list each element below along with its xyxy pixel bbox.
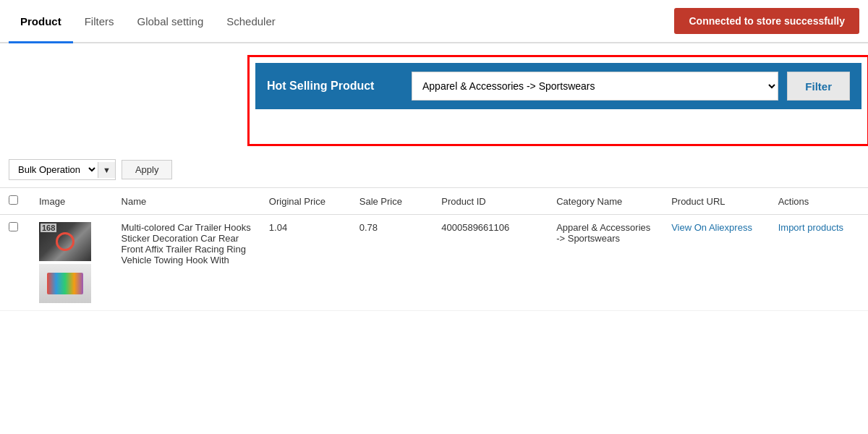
- product-image-1: 168: [39, 222, 91, 261]
- row-original-price-cell: 1.04: [260, 215, 351, 311]
- row-product-url-cell: View On Aliexpress: [663, 215, 770, 311]
- product-images: 168: [39, 222, 104, 303]
- category-select[interactable]: Apparel & Accessories -> Sportswears Ele…: [412, 72, 778, 101]
- row-sale-price-cell: 0.78: [351, 215, 433, 311]
- hot-selling-label: Hot Selling Product: [267, 80, 412, 93]
- col-header-product-id: Product ID: [433, 188, 548, 215]
- product-image-2: [39, 264, 91, 303]
- tab-global-setting-label: Global setting: [137, 15, 204, 27]
- product-table: Image Name Original Price Sale Price Pro…: [0, 187, 868, 311]
- row-actions-cell: Import products: [770, 215, 868, 311]
- bulk-dropdown-arrow-icon[interactable]: ▼: [98, 162, 115, 178]
- category-name: Apparel & Accessories -> Sportswears: [556, 222, 650, 244]
- bulk-operation-row: Bulk Operation ▼ Apply: [0, 152, 868, 187]
- filter-button[interactable]: Filter: [787, 72, 850, 101]
- product-id: 4000589661106: [441, 222, 509, 233]
- tab-scheduler[interactable]: Scheduler: [215, 1, 287, 43]
- row-image-cell: 168: [30, 215, 113, 311]
- apply-button[interactable]: Apply: [122, 160, 173, 179]
- connected-badge: Connected to store successfully: [674, 8, 859, 34]
- row-name-cell: Multi-colored Car Trailer Hooks Sticker …: [113, 215, 260, 311]
- table-header-row: Image Name Original Price Sale Price Pro…: [0, 188, 868, 215]
- row-product-id-cell: 4000589661106: [433, 215, 548, 311]
- col-header-original-price: Original Price: [260, 188, 351, 215]
- col-header-name: Name: [113, 188, 260, 215]
- select-all-checkbox[interactable]: [9, 195, 18, 205]
- col-header-product-url: Product URL: [663, 188, 770, 215]
- col-header-sale-price: Sale Price: [351, 188, 433, 215]
- product-name: Multi-colored Car Trailer Hooks Sticker …: [122, 222, 251, 265]
- import-products-link[interactable]: Import products: [778, 222, 843, 233]
- tab-filters-label: Filters: [85, 15, 114, 27]
- col-header-check: [0, 188, 30, 215]
- view-on-aliexpress-link[interactable]: View On Aliexpress: [671, 222, 752, 233]
- connected-badge-text: Connected to store successfully: [689, 15, 845, 27]
- col-header-actions: Actions: [770, 188, 868, 215]
- apply-button-label: Apply: [135, 164, 159, 175]
- filter-section-wrapper: Hot Selling Product Apparel & Accessorie…: [0, 43, 868, 152]
- filter-box-outer: Hot Selling Product Apparel & Accessorie…: [247, 55, 868, 146]
- original-price: 1.04: [269, 222, 287, 233]
- tab-scheduler-label: Scheduler: [226, 15, 276, 27]
- bulk-operation-wrapper[interactable]: Bulk Operation ▼: [9, 159, 116, 180]
- sale-price: 0.78: [359, 222, 378, 233]
- row-category-cell: Apparel & Accessories -> Sportswears: [548, 215, 663, 311]
- tab-product-label: Product: [20, 15, 61, 27]
- image-badge: 168: [41, 224, 56, 232]
- row-checkbox[interactable]: [9, 222, 18, 231]
- filter-button-label: Filter: [805, 80, 832, 93]
- col-header-category-name: Category Name: [548, 188, 663, 215]
- table-row: 168 Multi-colored Car Trailer Hooks Stic…: [0, 215, 868, 311]
- row-checkbox-cell: [0, 215, 30, 311]
- col-header-image: Image: [30, 188, 113, 215]
- nav-tabs: Product Filters Global setting Scheduler: [9, 0, 287, 42]
- tab-product[interactable]: Product: [9, 1, 73, 43]
- filter-row: Hot Selling Product Apparel & Accessorie…: [255, 63, 861, 109]
- filter-empty-space: [255, 109, 861, 138]
- tab-global-setting[interactable]: Global setting: [126, 1, 216, 43]
- top-navigation: Product Filters Global setting Scheduler…: [0, 0, 868, 43]
- tab-filters[interactable]: Filters: [73, 1, 126, 43]
- bulk-operation-select[interactable]: Bulk Operation: [9, 160, 98, 179]
